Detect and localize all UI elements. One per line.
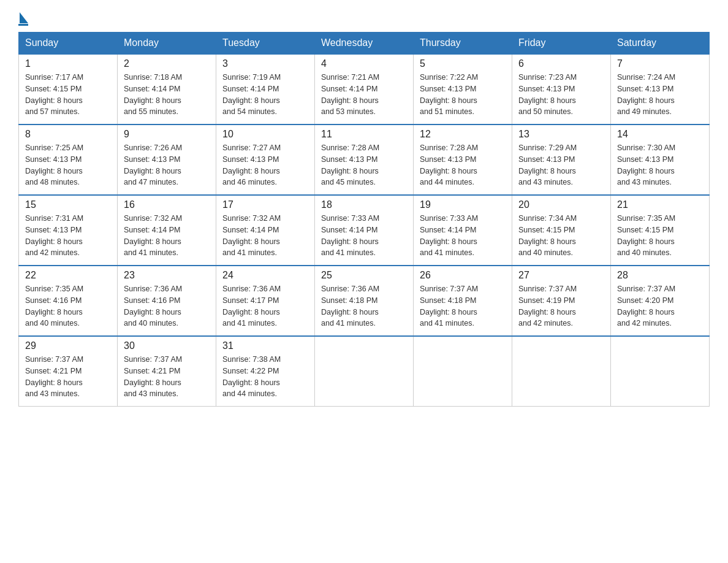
day-number: 31: [222, 340, 308, 351]
calendar-cell: 24 Sunrise: 7:36 AMSunset: 4:17 PMDaylig…: [216, 266, 315, 336]
day-info: Sunrise: 7:24 AMSunset: 4:13 PMDaylight:…: [617, 72, 703, 118]
day-info: Sunrise: 7:32 AMSunset: 4:14 PMDaylight:…: [222, 213, 308, 259]
day-info: Sunrise: 7:21 AMSunset: 4:14 PMDaylight:…: [321, 72, 407, 118]
day-info: Sunrise: 7:19 AMSunset: 4:14 PMDaylight:…: [222, 72, 308, 118]
day-number: 25: [321, 270, 407, 281]
calendar-cell: [611, 336, 710, 407]
day-number: 1: [25, 58, 111, 69]
day-info: Sunrise: 7:38 AMSunset: 4:22 PMDaylight:…: [222, 354, 308, 400]
logo-underline: [18, 24, 28, 26]
day-number: 7: [617, 58, 703, 69]
calendar-cell: 20 Sunrise: 7:34 AMSunset: 4:15 PMDaylig…: [512, 195, 611, 266]
day-info: Sunrise: 7:28 AMSunset: 4:13 PMDaylight:…: [420, 142, 506, 188]
day-number: 8: [25, 129, 111, 140]
day-info: Sunrise: 7:36 AMSunset: 4:18 PMDaylight:…: [321, 283, 407, 329]
day-info: Sunrise: 7:33 AMSunset: 4:14 PMDaylight:…: [420, 213, 506, 259]
calendar-cell: 31 Sunrise: 7:38 AMSunset: 4:22 PMDaylig…: [216, 336, 315, 407]
day-info: Sunrise: 7:29 AMSunset: 4:13 PMDaylight:…: [518, 142, 604, 188]
day-number: 9: [124, 129, 210, 140]
day-number: 5: [420, 58, 506, 69]
day-info: Sunrise: 7:36 AMSunset: 4:17 PMDaylight:…: [222, 283, 308, 329]
column-header-sunday: Sunday: [19, 33, 118, 55]
day-info: Sunrise: 7:17 AMSunset: 4:15 PMDaylight:…: [25, 72, 111, 118]
calendar-cell: 30 Sunrise: 7:37 AMSunset: 4:21 PMDaylig…: [118, 336, 216, 407]
day-number: 16: [124, 199, 210, 210]
day-info: Sunrise: 7:22 AMSunset: 4:13 PMDaylight:…: [420, 72, 506, 118]
calendar-cell: 28 Sunrise: 7:37 AMSunset: 4:20 PMDaylig…: [611, 266, 710, 336]
calendar-cell: 21 Sunrise: 7:35 AMSunset: 4:15 PMDaylig…: [611, 195, 710, 266]
day-info: Sunrise: 7:35 AMSunset: 4:16 PMDaylight:…: [25, 283, 111, 329]
day-number: 28: [617, 270, 703, 281]
day-number: 11: [321, 129, 407, 140]
day-info: Sunrise: 7:26 AMSunset: 4:13 PMDaylight:…: [124, 142, 210, 188]
calendar-cell: 5 Sunrise: 7:22 AMSunset: 4:13 PMDayligh…: [414, 54, 512, 124]
day-info: Sunrise: 7:28 AMSunset: 4:13 PMDaylight:…: [321, 142, 407, 188]
day-number: 19: [420, 199, 506, 210]
day-number: 26: [420, 270, 506, 281]
calendar-cell: 9 Sunrise: 7:26 AMSunset: 4:13 PMDayligh…: [118, 124, 216, 195]
calendar-cell: 8 Sunrise: 7:25 AMSunset: 4:13 PMDayligh…: [19, 124, 118, 195]
calendar-cell: 6 Sunrise: 7:23 AMSunset: 4:13 PMDayligh…: [512, 54, 611, 124]
day-number: 12: [420, 129, 506, 140]
day-info: Sunrise: 7:35 AMSunset: 4:15 PMDaylight:…: [617, 213, 703, 259]
calendar-cell: [414, 336, 512, 407]
calendar-week-row: 22 Sunrise: 7:35 AMSunset: 4:16 PMDaylig…: [19, 266, 710, 336]
calendar-week-row: 15 Sunrise: 7:31 AMSunset: 4:13 PMDaylig…: [19, 195, 710, 266]
column-header-thursday: Thursday: [414, 33, 512, 55]
page-header: [18, 12, 710, 26]
day-number: 2: [124, 58, 210, 69]
day-info: Sunrise: 7:31 AMSunset: 4:13 PMDaylight:…: [25, 213, 111, 259]
day-number: 21: [617, 199, 703, 210]
day-number: 3: [222, 58, 308, 69]
calendar-cell: 12 Sunrise: 7:28 AMSunset: 4:13 PMDaylig…: [414, 124, 512, 195]
day-info: Sunrise: 7:37 AMSunset: 4:21 PMDaylight:…: [124, 354, 210, 400]
calendar-week-row: 1 Sunrise: 7:17 AMSunset: 4:15 PMDayligh…: [19, 54, 710, 124]
column-header-saturday: Saturday: [611, 33, 710, 55]
calendar-cell: 11 Sunrise: 7:28 AMSunset: 4:13 PMDaylig…: [315, 124, 414, 195]
day-number: 29: [25, 340, 111, 351]
day-info: Sunrise: 7:23 AMSunset: 4:13 PMDaylight:…: [518, 72, 604, 118]
calendar-cell: 18 Sunrise: 7:33 AMSunset: 4:14 PMDaylig…: [315, 195, 414, 266]
calendar-cell: 15 Sunrise: 7:31 AMSunset: 4:13 PMDaylig…: [19, 195, 118, 266]
day-info: Sunrise: 7:25 AMSunset: 4:13 PMDaylight:…: [25, 142, 111, 188]
calendar-cell: 23 Sunrise: 7:36 AMSunset: 4:16 PMDaylig…: [118, 266, 216, 336]
calendar-cell: 16 Sunrise: 7:32 AMSunset: 4:14 PMDaylig…: [118, 195, 216, 266]
column-header-monday: Monday: [118, 33, 216, 55]
day-info: Sunrise: 7:34 AMSunset: 4:15 PMDaylight:…: [518, 213, 604, 259]
calendar-cell: [315, 336, 414, 407]
calendar-cell: 10 Sunrise: 7:27 AMSunset: 4:13 PMDaylig…: [216, 124, 315, 195]
day-number: 14: [617, 129, 703, 140]
calendar-cell: 17 Sunrise: 7:32 AMSunset: 4:14 PMDaylig…: [216, 195, 315, 266]
day-number: 15: [25, 199, 111, 210]
day-number: 20: [518, 199, 604, 210]
calendar-cell: 26 Sunrise: 7:37 AMSunset: 4:18 PMDaylig…: [414, 266, 512, 336]
day-number: 24: [222, 270, 308, 281]
day-info: Sunrise: 7:37 AMSunset: 4:19 PMDaylight:…: [518, 283, 604, 329]
day-number: 23: [124, 270, 210, 281]
calendar-cell: 7 Sunrise: 7:24 AMSunset: 4:13 PMDayligh…: [611, 54, 710, 124]
logo-arrow-icon: [20, 12, 28, 23]
column-header-friday: Friday: [512, 33, 611, 55]
day-number: 13: [518, 129, 604, 140]
calendar-header-row: SundayMondayTuesdayWednesdayThursdayFrid…: [19, 33, 710, 55]
calendar-table: SundayMondayTuesdayWednesdayThursdayFrid…: [18, 32, 710, 407]
calendar-cell: 3 Sunrise: 7:19 AMSunset: 4:14 PMDayligh…: [216, 54, 315, 124]
day-info: Sunrise: 7:27 AMSunset: 4:13 PMDaylight:…: [222, 142, 308, 188]
calendar-cell: 4 Sunrise: 7:21 AMSunset: 4:14 PMDayligh…: [315, 54, 414, 124]
day-info: Sunrise: 7:37 AMSunset: 4:20 PMDaylight:…: [617, 283, 703, 329]
calendar-cell: [512, 336, 611, 407]
day-number: 10: [222, 129, 308, 140]
day-info: Sunrise: 7:36 AMSunset: 4:16 PMDaylight:…: [124, 283, 210, 329]
day-info: Sunrise: 7:30 AMSunset: 4:13 PMDaylight:…: [617, 142, 703, 188]
day-info: Sunrise: 7:18 AMSunset: 4:14 PMDaylight:…: [124, 72, 210, 118]
calendar-cell: 19 Sunrise: 7:33 AMSunset: 4:14 PMDaylig…: [414, 195, 512, 266]
day-info: Sunrise: 7:37 AMSunset: 4:18 PMDaylight:…: [420, 283, 506, 329]
day-info: Sunrise: 7:33 AMSunset: 4:14 PMDaylight:…: [321, 213, 407, 259]
day-info: Sunrise: 7:37 AMSunset: 4:21 PMDaylight:…: [25, 354, 111, 400]
calendar-cell: 13 Sunrise: 7:29 AMSunset: 4:13 PMDaylig…: [512, 124, 611, 195]
day-number: 18: [321, 199, 407, 210]
calendar-cell: 14 Sunrise: 7:30 AMSunset: 4:13 PMDaylig…: [611, 124, 710, 195]
day-number: 4: [321, 58, 407, 69]
day-number: 27: [518, 270, 604, 281]
calendar-cell: 29 Sunrise: 7:37 AMSunset: 4:21 PMDaylig…: [19, 336, 118, 407]
